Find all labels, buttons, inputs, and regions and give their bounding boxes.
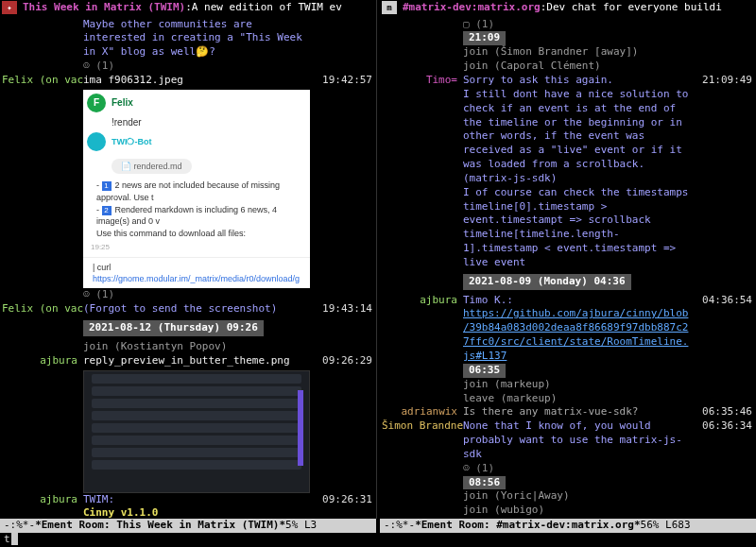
message-text: (matrix-js-sdk) — [463, 172, 696, 186]
modeline-left[interactable]: -:%*- *Ement Room: This Week in Matrix (… — [0, 519, 376, 533]
sender: Felix (on vaca — [2, 74, 83, 88]
reaction-face-icon[interactable]: ☺ — [83, 288, 90, 300]
message-text: Sorry to ask this again. — [463, 74, 696, 88]
message-text: None that I know of, you would probably … — [463, 419, 696, 462]
message-text: I of course can check the timestamps — [463, 186, 696, 200]
cursor-icon — [11, 533, 18, 545]
message-link[interactable]: https://github.com/ajbura/cinny/blob/39b… — [463, 307, 696, 363]
sender: ajbura — [2, 493, 83, 507]
timestamp: 19:43:14 — [316, 302, 372, 316]
titlebar-left: ✦ This Week in Matrix (TWIM) : A new edi… — [0, 0, 376, 16]
embed-author: Felix — [112, 96, 133, 110]
room-icon: m — [382, 1, 397, 14]
pane-left: ✦ This Week in Matrix (TWIM) : A new edi… — [0, 0, 376, 519]
timeline-right[interactable]: ▢ (1) 21:09 join (Šimon Brandner [away])… — [380, 16, 756, 520]
embed-card: F Felix !render TWI❍-Bot 📄 rendered.md -… — [83, 90, 310, 289]
message-text: I still dont have a nice solution to che… — [463, 88, 696, 172]
timestamp: 09:26:29 — [316, 354, 372, 368]
timestamp: 06:35:46 — [696, 405, 752, 419]
embed-link[interactable]: https://gnome.modular.im/_matrix/media/r… — [93, 274, 300, 283]
timestamp: 08:56:15 — [696, 518, 752, 519]
image-thumbnail[interactable] — [83, 370, 310, 493]
message-text: timeline[0].timestamp > event.timestampt… — [463, 200, 696, 229]
message-text: timeline[timeline.length-1].timestamp < … — [463, 228, 696, 270]
timestamp: 19:42:57 — [316, 74, 372, 88]
membership-event: join (markeup) — [463, 378, 696, 392]
reaction-icon[interactable]: ▢ — [463, 18, 470, 30]
membership-event: leave (markeup) — [463, 392, 696, 406]
membership-event: join (wubigo) — [463, 504, 696, 518]
timestamp: 06:36:34 — [696, 419, 752, 434]
room-icon: ✦ — [2, 1, 17, 14]
reaction-count: (1) — [475, 462, 494, 474]
time-separator: 06:35 — [463, 364, 506, 378]
message-text: (Forgot to send the screenshot) — [83, 302, 316, 316]
message-text: Maybe other communities are interested i… — [83, 18, 316, 60]
buffer-name: *Ement Room: #matrix-dev:matrix.org* — [415, 519, 640, 533]
message-text: Timo K.: — [463, 294, 696, 308]
titlebar-right: m #matrix-dev:matrix.org : Dev chat for … — [380, 0, 756, 16]
membership-event: join (Kostiantyn Popov) — [83, 340, 316, 354]
avatar-icon — [87, 132, 106, 151]
sender: Timo= — [382, 74, 463, 88]
time-separator: 08:56 — [463, 476, 506, 490]
message-text: ima f906312.jpeg — [83, 74, 316, 88]
date-separator: 2021-08-09 (Monday) 04:36 — [463, 274, 631, 290]
sender: Šimon Brandner — [382, 419, 463, 434]
message-text: Let's say I have company A, company B an… — [463, 518, 696, 519]
sender: adrianwix — [382, 518, 463, 519]
timestamp: 09:26:31 — [316, 493, 372, 507]
time-separator: 21:09 — [463, 31, 506, 45]
room-name: #matrix-dev:matrix.org — [403, 1, 541, 15]
pane-right: m #matrix-dev:matrix.org : Dev chat for … — [380, 0, 756, 519]
message-headline: Cinny v1.1.0 — [83, 506, 316, 519]
reaction-count: (1) — [95, 288, 114, 300]
file-pill[interactable]: 📄 rendered.md — [112, 159, 192, 174]
timestamp: 04:36:54 — [696, 294, 752, 308]
embed-command: !render — [83, 116, 310, 133]
timestamp: 21:09:49 — [696, 74, 752, 88]
sender: ajbura — [382, 294, 463, 308]
reaction-face-icon[interactable]: ☺ — [83, 60, 90, 72]
message-text: reply_preview_in_butter_theme.png — [83, 354, 316, 368]
room-name: This Week in Matrix (TWIM) — [23, 1, 185, 15]
message-text: Is there any matrix-vue-sdk? — [463, 405, 696, 419]
sender: ajbura — [2, 354, 83, 368]
timeline-left[interactable]: Maybe other communities are interested i… — [0, 16, 376, 520]
room-topic: Dev chat for everyone buildi — [546, 1, 721, 15]
buffer-name: *Ement Room: This Week in Matrix (TWIM)* — [35, 519, 285, 533]
modeline: -:%*- *Ement Room: This Week in Matrix (… — [0, 519, 756, 533]
reaction-count: (1) — [95, 60, 114, 72]
room-topic: A new edition of TWIM ev — [192, 1, 342, 15]
reaction-count: (1) — [475, 18, 494, 30]
avatar-icon: F — [87, 94, 106, 112]
reaction-face-icon[interactable]: ☺ — [463, 462, 470, 474]
minibuffer[interactable]: t — [0, 533, 756, 547]
sender: Felix (on vaca — [2, 302, 83, 316]
message-text: TWIM: — [83, 493, 316, 507]
modeline-right[interactable]: -:%*- *Ement Room: #matrix-dev:matrix.or… — [380, 519, 756, 533]
membership-event: join (Šimon Brandner [away]) — [463, 45, 696, 60]
membership-event: join (Yoric|Away) — [463, 489, 696, 504]
sender: adrianwix — [382, 405, 463, 419]
date-separator: 2021-08-12 (Thursday) 09:26 — [83, 320, 264, 336]
embed-bot: TWI❍-Bot — [112, 136, 151, 147]
membership-event: join (Caporal Clément) — [463, 60, 696, 74]
